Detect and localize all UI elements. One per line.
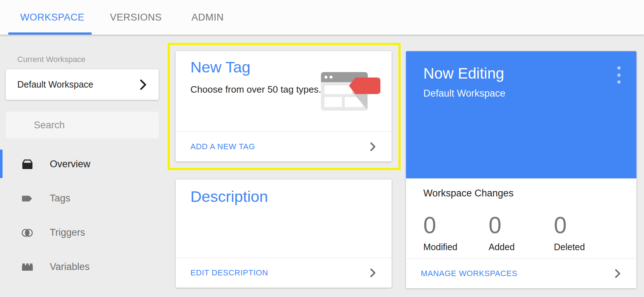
workspace-changes-section: Workspace Changes 0 Modified 0 Added 0 D… <box>406 178 636 252</box>
overview-box-icon <box>20 157 35 172</box>
chevron-right-icon <box>370 268 376 278</box>
workspace-changes-stats: 0 Modified 0 Added 0 Deleted <box>423 213 619 252</box>
search-input[interactable] <box>34 120 162 131</box>
sidebar-item-variables[interactable]: Variables <box>0 250 166 284</box>
now-editing-workspace-name: Default Workspace <box>423 88 619 99</box>
stat-value: 0 <box>423 213 489 238</box>
edit-description-label: EDIT DESCRIPTION <box>190 268 268 278</box>
tag-illustration <box>321 71 382 112</box>
stat-value: 0 <box>554 213 619 238</box>
current-workspace-label: Current Workspace <box>17 55 85 64</box>
stat-modified: 0 Modified <box>423 213 489 252</box>
tab-versions[interactable]: VERSIONS <box>110 0 162 35</box>
workspace-selector-name: Default Workspace <box>17 79 93 90</box>
search-box[interactable] <box>6 112 159 138</box>
description-title: Description <box>190 187 268 206</box>
sidebar-nav: Overview Tags Triggers Variables <box>0 147 166 284</box>
description-card: Description EDIT DESCRIPTION <box>176 179 392 288</box>
stat-added: 0 Added <box>489 213 554 252</box>
kebab-menu-icon[interactable] <box>617 66 621 84</box>
stat-value: 0 <box>489 213 554 238</box>
manage-workspaces-label: MANAGE WORKSPACES <box>421 269 517 278</box>
sidebar-item-label: Variables <box>50 261 90 272</box>
now-editing-title: Now Editing <box>423 65 619 82</box>
tag-icon <box>20 191 35 206</box>
add-new-tag-label: ADD A NEW TAG <box>190 142 255 151</box>
chevron-right-icon <box>615 269 621 278</box>
tab-admin[interactable]: ADMIN <box>191 0 224 35</box>
new-tag-card: New Tag Choose from over 50 tag types. A… <box>176 51 392 161</box>
stat-label: Modified <box>423 242 489 252</box>
sidebar-item-label: Triggers <box>50 227 85 238</box>
chevron-right-icon <box>370 142 376 151</box>
gtm-workspace-page: WORKSPACE VERSIONS ADMIN Current Workspa… <box>0 0 644 297</box>
active-tab-underline <box>8 32 92 35</box>
new-tag-description-text: Choose from over 50 tag types. <box>190 82 327 97</box>
workspace-selector[interactable]: Default Workspace <box>6 69 159 100</box>
sidebar-item-tags[interactable]: Tags <box>0 181 166 216</box>
variables-brick-icon <box>20 260 35 274</box>
top-nav: WORKSPACE VERSIONS ADMIN <box>0 0 644 35</box>
chevron-right-icon <box>140 79 146 90</box>
sidebar-item-label: Tags <box>50 193 70 204</box>
edit-description-button[interactable]: EDIT DESCRIPTION <box>176 258 392 288</box>
sidebar-item-overview[interactable]: Overview <box>0 147 166 181</box>
red-tag-graphic <box>321 71 382 112</box>
workspace-changes-title: Workspace Changes <box>423 188 619 199</box>
tab-workspace[interactable]: WORKSPACE <box>20 0 84 35</box>
now-editing-card: Now Editing Default Workspace Workspace … <box>406 51 636 288</box>
now-editing-header: Now Editing Default Workspace <box>406 51 636 178</box>
new-tag-title: New Tag <box>190 58 251 77</box>
sidebar-item-triggers[interactable]: Triggers <box>0 216 166 250</box>
add-new-tag-button[interactable]: ADD A NEW TAG <box>176 132 392 161</box>
manage-workspaces-button[interactable]: MANAGE WORKSPACES <box>406 258 636 288</box>
stat-label: Added <box>489 242 554 252</box>
stat-deleted: 0 Deleted <box>554 213 619 252</box>
sidebar-item-label: Overview <box>50 159 91 170</box>
stat-label: Deleted <box>554 242 619 252</box>
triggers-icon <box>20 226 35 240</box>
